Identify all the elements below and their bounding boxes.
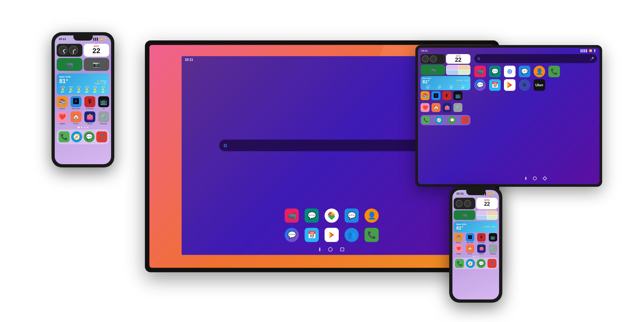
tab-sms[interactable]: 💬	[519, 66, 530, 77]
center-dock-safari[interactable]: 🧭	[466, 259, 475, 268]
t-home[interactable]: 🏠 Home	[431, 103, 440, 114]
center-health[interactable]: ❤️ Health	[454, 244, 463, 255]
dock-safari[interactable]: 🧭	[71, 131, 82, 142]
center-home-label: Home	[468, 253, 472, 255]
app-wallet[interactable]: 👛 Wallet	[84, 111, 96, 125]
tablet-screen: 10:11 ▌▌▌▌ 📶 🔋 MON 22	[418, 48, 600, 184]
tv-app-orange[interactable]: 👤	[365, 209, 379, 223]
tv-app-messages[interactable]: 💬	[305, 209, 319, 223]
tab-contacts[interactable]: 👤	[534, 66, 545, 77]
app-tv[interactable]: 📺 TV	[98, 96, 109, 109]
health-label: Health	[60, 123, 65, 125]
tv-app-calendar[interactable]: 📅	[305, 228, 319, 242]
tab-messages[interactable]: 💬	[489, 66, 501, 77]
calendar-date: 22	[92, 47, 100, 54]
t-photos-widget	[446, 65, 470, 75]
tab-chrome[interactable]	[504, 66, 516, 77]
tab-searchbar[interactable]: G 🎤	[474, 54, 597, 63]
center-settings[interactable]: ⚙️ Settings	[488, 244, 498, 255]
tab-google[interactable]: G	[519, 79, 530, 91]
tab-screenrecorder[interactable]: 📹	[474, 66, 486, 77]
app-podcasts[interactable]: 🎙 Podcasts	[84, 96, 96, 109]
tv-app-screenrecorder[interactable]: 📹	[285, 209, 299, 223]
ios-app-row1: 📚 Books 🅰 App Store 🎙 Podcasts 📺	[57, 96, 109, 109]
t-dock-safari[interactable]: 🧭	[435, 116, 443, 124]
center-appstore[interactable]: 🅰 App Store	[465, 233, 475, 243]
t-dock: 📞 🧭 💬 🎵	[421, 115, 470, 125]
t-dock-music[interactable]: 🎵	[461, 116, 469, 124]
tv-app-playstore[interactable]	[325, 228, 339, 242]
forecast-12pm: 12PM ⭐ 84°	[59, 86, 66, 93]
t-books-label: Books	[423, 100, 427, 102]
t-podcasts[interactable]: 🎙 Podcasts	[442, 91, 451, 102]
page-dot-1	[78, 127, 80, 128]
center-tv[interactable]: 📺 TV	[488, 233, 498, 243]
t-wallet-label: Wallet	[445, 112, 449, 114]
t-dock-phone[interactable]: 📞	[422, 116, 430, 124]
iphone-center: 10:11 ▌▌▌ 📶 🔋 MON 22	[449, 187, 502, 303]
center-books[interactable]: 📚 Books	[454, 233, 463, 243]
t-wallet[interactable]: 👛 Wallet	[442, 103, 451, 114]
center-settings-icon: ⚙️	[489, 244, 497, 253]
t-tv[interactable]: 📺 TV	[453, 91, 462, 102]
tv-icon: 📺	[98, 96, 109, 107]
center-dock-phone[interactable]: 📞	[455, 259, 464, 268]
tab-uber[interactable]: Uber	[534, 79, 545, 91]
t-appstore[interactable]: 🅰 App Store	[431, 91, 440, 102]
facetime-widget[interactable]: 📹	[57, 58, 82, 71]
tab-messenger[interactable]: 💬	[474, 79, 486, 91]
tv-searchbar[interactable]: G 🎤	[219, 140, 444, 151]
t-clock-face2	[430, 55, 437, 62]
t-dock-messages[interactable]: 💬	[448, 116, 456, 124]
center-weather-desc: ☀️ H:91° L:76°	[483, 225, 495, 231]
tv-app-contacts[interactable]: 👥	[345, 228, 359, 242]
google-g-icon: G	[224, 143, 227, 148]
photo-cell-4	[487, 215, 498, 220]
tab-calendar[interactable]: 📅	[489, 79, 501, 91]
dock-music[interactable]: 🎵	[96, 131, 107, 142]
app-health[interactable]: ❤️ Health	[57, 111, 68, 125]
center-clock-face2	[464, 200, 471, 207]
app-home[interactable]: 🏠 Home	[71, 111, 82, 125]
t-health[interactable]: ❤️ Health	[421, 103, 430, 114]
photo-cell-1	[476, 210, 487, 215]
weather-desc: ☀️ Sunny	[95, 80, 107, 82]
t-facetime-widget[interactable]: 📹	[421, 65, 445, 75]
app-settings[interactable]: ⚙️ Settings	[98, 111, 109, 125]
tablet-signal-icon: ▌▌▌▌	[581, 49, 588, 52]
center-wallet[interactable]: 👛 Wallet	[477, 244, 486, 255]
tv-app-messenger[interactable]: 💬	[285, 228, 299, 242]
t-settings[interactable]: ⚙️ Settings	[453, 103, 462, 114]
tv-app-chrome[interactable]	[325, 209, 339, 223]
camera-widget[interactable]: 📷	[84, 58, 109, 71]
wallet-label: Wallet	[87, 123, 92, 125]
tv-nav-back	[340, 248, 344, 251]
center-dock-messages[interactable]: 💬	[477, 259, 486, 268]
app-books[interactable]: 📚 Books	[57, 96, 68, 109]
tablet-status-icons: ▌▌▌▌ 📶 🔋	[581, 49, 596, 52]
tab-phone[interactable]: 📞	[548, 66, 560, 77]
center-facetime-widget[interactable]: 📹	[454, 210, 475, 220]
center-podcasts[interactable]: 🎙 Podcasts	[477, 233, 486, 243]
center-app-rows: 📚 Books 🅰 App Store 🎙 Podcasts 📺	[452, 233, 499, 255]
tab-playstore[interactable]	[504, 79, 516, 91]
iphone-left-screen: 10:11 ▌▌▌ 📶 🔋	[55, 35, 111, 164]
t-home-icon: 🏠	[431, 103, 440, 112]
t-books[interactable]: 📚 Books	[421, 91, 430, 102]
center-settings-label: Settings	[490, 253, 496, 255]
tablet-widgets: MON 22 📹	[421, 54, 470, 75]
tv-app-phone[interactable]: 📞	[365, 228, 379, 242]
dock-messages[interactable]: 💬	[84, 131, 95, 142]
app-appstore[interactable]: 🅰 App Store	[71, 96, 82, 109]
clock-face-1	[59, 46, 68, 55]
t-wallet-icon: 👛	[442, 103, 451, 112]
dock-phone[interactable]: 📞	[59, 131, 70, 142]
tv-app-sms[interactable]: 💬	[345, 209, 359, 223]
clock-minute-hand	[63, 50, 65, 53]
appstore-icon: 🅰	[71, 96, 81, 107]
forecast-5pm: 5PM ⭐ 90°	[100, 86, 107, 93]
center-dock-music[interactable]: 🎵	[488, 259, 497, 268]
wifi-center-icon: 📶	[488, 192, 491, 195]
center-home[interactable]: 🏠 Home	[465, 244, 475, 255]
t-app-row2: ❤️ Health 🏠 Home 👛 Wallet ⚙️ Settings	[421, 103, 470, 114]
